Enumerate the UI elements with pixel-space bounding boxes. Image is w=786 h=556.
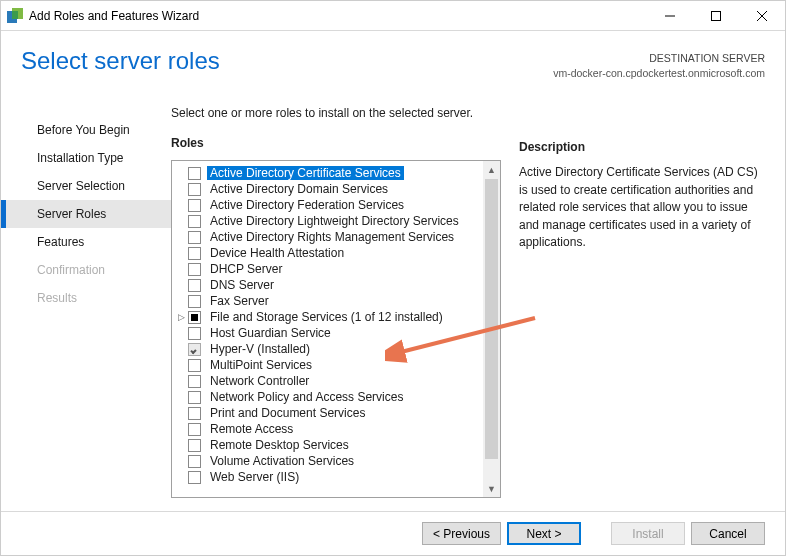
role-checkbox[interactable] <box>188 423 201 436</box>
role-checkbox[interactable] <box>188 167 201 180</box>
sidebar-item-before-you-begin[interactable]: Before You Begin <box>1 116 171 144</box>
role-label[interactable]: Web Server (IIS) <box>207 470 302 484</box>
sidebar-item-installation-type[interactable]: Installation Type <box>1 144 171 172</box>
header: Select server roles DESTINATION SERVER v… <box>1 31 785 88</box>
role-label[interactable]: Remote Access <box>207 422 296 436</box>
role-label[interactable]: Print and Document Services <box>207 406 368 420</box>
role-label[interactable]: MultiPoint Services <box>207 358 315 372</box>
body: Before You BeginInstallation TypeServer … <box>1 88 785 511</box>
role-label[interactable]: Fax Server <box>207 294 272 308</box>
role-checkbox[interactable] <box>188 279 201 292</box>
role-label[interactable]: Active Directory Domain Services <box>207 182 391 196</box>
role-row[interactable]: Active Directory Certificate Services <box>176 165 481 181</box>
role-label[interactable]: DNS Server <box>207 278 277 292</box>
role-label[interactable]: Active Directory Certificate Services <box>207 166 404 180</box>
app-icon <box>7 8 23 24</box>
role-checkbox[interactable] <box>188 407 201 420</box>
vertical-scrollbar[interactable]: ▲ ▼ <box>483 161 500 497</box>
next-button[interactable]: Next > <box>507 522 581 545</box>
role-label[interactable]: Active Directory Lightweight Directory S… <box>207 214 462 228</box>
role-checkbox[interactable] <box>188 455 201 468</box>
role-label[interactable]: Device Health Attestation <box>207 246 347 260</box>
footer: < Previous Next > Install Cancel <box>1 511 785 555</box>
role-checkbox[interactable] <box>188 295 201 308</box>
role-row[interactable]: DNS Server <box>176 277 481 293</box>
role-label[interactable]: Network Controller <box>207 374 312 388</box>
roles-list: Active Directory Certificate ServicesAct… <box>172 161 483 497</box>
wizard-window: Add Roles and Features Wizard Select ser… <box>0 0 786 556</box>
role-label[interactable]: Hyper-V (Installed) <box>207 342 313 356</box>
role-row[interactable]: Fax Server <box>176 293 481 309</box>
roles-area: Select one or more roles to install on t… <box>171 106 501 511</box>
role-checkbox[interactable] <box>188 247 201 260</box>
role-checkbox[interactable] <box>188 231 201 244</box>
role-row[interactable]: MultiPoint Services <box>176 357 481 373</box>
role-label[interactable]: File and Storage Services (1 of 12 insta… <box>207 310 446 324</box>
main-content: Select one or more roles to install on t… <box>171 88 765 511</box>
roles-listbox[interactable]: Active Directory Certificate ServicesAct… <box>171 160 501 498</box>
sidebar-item-server-selection[interactable]: Server Selection <box>1 172 171 200</box>
svg-rect-2 <box>12 11 18 19</box>
role-checkbox[interactable] <box>188 375 201 388</box>
role-row[interactable]: Active Directory Federation Services <box>176 197 481 213</box>
maximize-button[interactable] <box>693 1 739 31</box>
role-row[interactable]: Hyper-V (Installed) <box>176 341 481 357</box>
role-row[interactable]: Volume Activation Services <box>176 453 481 469</box>
scroll-thumb[interactable] <box>485 179 498 459</box>
role-checkbox[interactable] <box>188 199 201 212</box>
role-row[interactable]: Network Policy and Access Services <box>176 389 481 405</box>
instruction-text: Select one or more roles to install on t… <box>171 106 501 120</box>
minimize-button[interactable] <box>647 1 693 31</box>
svg-rect-4 <box>712 11 721 20</box>
description-text: Active Directory Certificate Services (A… <box>519 164 765 251</box>
role-row[interactable]: Active Directory Lightweight Directory S… <box>176 213 481 229</box>
destination-info: DESTINATION SERVER vm-docker-con.cpdocke… <box>553 47 765 80</box>
role-label[interactable]: Remote Desktop Services <box>207 438 352 452</box>
role-label[interactable]: Active Directory Federation Services <box>207 198 407 212</box>
window-title: Add Roles and Features Wizard <box>29 9 647 23</box>
role-checkbox[interactable] <box>188 311 201 324</box>
description-area: Description Active Directory Certificate… <box>519 106 765 511</box>
role-row[interactable]: Print and Document Services <box>176 405 481 421</box>
destination-label: DESTINATION SERVER <box>553 51 765 66</box>
sidebar-item-results: Results <box>1 284 171 312</box>
sidebar-item-features[interactable]: Features <box>1 228 171 256</box>
role-checkbox[interactable] <box>188 471 201 484</box>
previous-button[interactable]: < Previous <box>422 522 501 545</box>
close-button[interactable] <box>739 1 785 31</box>
role-checkbox <box>188 343 201 356</box>
role-checkbox[interactable] <box>188 263 201 276</box>
role-row[interactable]: Host Guardian Service <box>176 325 481 341</box>
roles-label: Roles <box>171 136 501 150</box>
titlebar: Add Roles and Features Wizard <box>1 1 785 31</box>
role-label[interactable]: Volume Activation Services <box>207 454 357 468</box>
role-row[interactable]: DHCP Server <box>176 261 481 277</box>
role-row[interactable]: Network Controller <box>176 373 481 389</box>
role-row[interactable]: Remote Access <box>176 421 481 437</box>
install-button[interactable]: Install <box>611 522 685 545</box>
role-label[interactable]: DHCP Server <box>207 262 285 276</box>
expand-icon[interactable]: ▷ <box>176 313 186 322</box>
role-checkbox[interactable] <box>188 439 201 452</box>
role-checkbox[interactable] <box>188 183 201 196</box>
role-row[interactable]: Web Server (IIS) <box>176 469 481 485</box>
destination-server-name: vm-docker-con.cpdockertest.onmicrosoft.c… <box>553 66 765 81</box>
role-checkbox[interactable] <box>188 359 201 372</box>
scroll-up-button[interactable]: ▲ <box>483 161 500 178</box>
sidebar: Before You BeginInstallation TypeServer … <box>1 88 171 511</box>
role-row[interactable]: Active Directory Domain Services <box>176 181 481 197</box>
role-checkbox[interactable] <box>188 391 201 404</box>
role-label[interactable]: Network Policy and Access Services <box>207 390 406 404</box>
role-label[interactable]: Active Directory Rights Management Servi… <box>207 230 457 244</box>
sidebar-item-confirmation: Confirmation <box>1 256 171 284</box>
role-row[interactable]: Remote Desktop Services <box>176 437 481 453</box>
role-checkbox[interactable] <box>188 327 201 340</box>
role-row[interactable]: Active Directory Rights Management Servi… <box>176 229 481 245</box>
cancel-button[interactable]: Cancel <box>691 522 765 545</box>
role-row[interactable]: Device Health Attestation <box>176 245 481 261</box>
scroll-down-button[interactable]: ▼ <box>483 480 500 497</box>
sidebar-item-server-roles[interactable]: Server Roles <box>1 200 171 228</box>
role-label[interactable]: Host Guardian Service <box>207 326 334 340</box>
role-checkbox[interactable] <box>188 215 201 228</box>
role-row[interactable]: ▷File and Storage Services (1 of 12 inst… <box>176 309 481 325</box>
